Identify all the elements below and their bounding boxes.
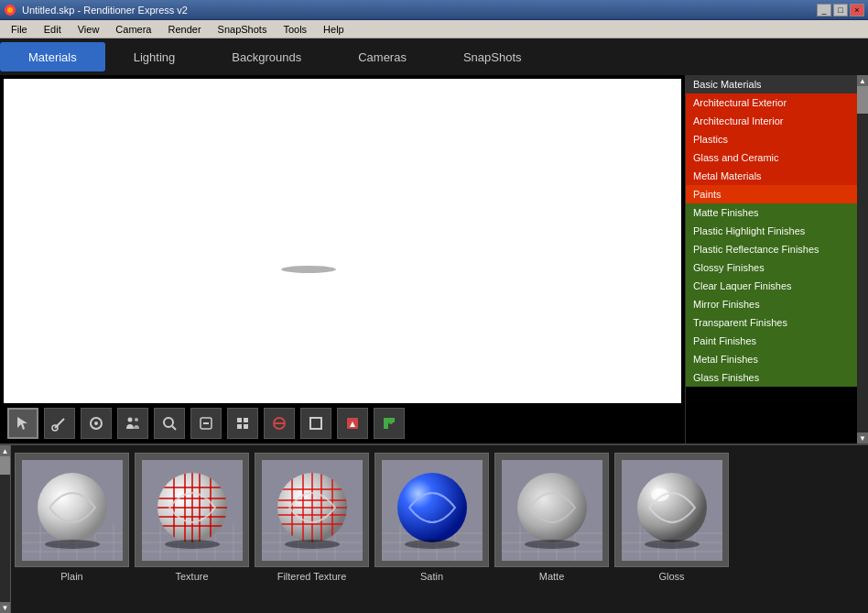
mat-item-metal-materials[interactable]: Metal Materials bbox=[686, 167, 857, 185]
thumb-matte[interactable]: Matte bbox=[494, 453, 609, 582]
render-area bbox=[0, 75, 685, 443]
svg-point-8 bbox=[135, 418, 138, 421]
bottom-left-scrollbar: ▲ ▼ bbox=[0, 445, 11, 613]
tab-lighting[interactable]: Lighting bbox=[105, 42, 204, 71]
maximize-button[interactable]: □ bbox=[833, 4, 848, 16]
toolbar-puzzle-button[interactable] bbox=[374, 408, 405, 439]
thumb-texture[interactable]: Texture bbox=[135, 453, 249, 582]
thumb-texture-img bbox=[135, 453, 249, 567]
tab-backgrounds[interactable]: Backgrounds bbox=[203, 42, 330, 71]
mat-item-glossy-finishes[interactable]: Glossy Finishes bbox=[686, 258, 857, 277]
menu-render[interactable]: Render bbox=[160, 22, 208, 37]
thumb-texture-label: Texture bbox=[175, 571, 208, 582]
svg-rect-19 bbox=[310, 418, 321, 429]
toolbar-person-button[interactable] bbox=[337, 408, 368, 439]
middle-section: Basic Materials Architectural Exterior A… bbox=[0, 75, 868, 443]
canvas-toolbar bbox=[0, 403, 685, 443]
mat-item-plastics[interactable]: Plastics bbox=[686, 130, 857, 148]
menu-view[interactable]: View bbox=[71, 22, 107, 37]
svg-line-3 bbox=[55, 419, 64, 428]
mat-item-transparent-finishes[interactable]: Transparent Finishes bbox=[686, 313, 857, 332]
scroll-up-button[interactable]: ▲ bbox=[857, 75, 868, 86]
mat-item-clear-laquer[interactable]: Clear Laquer Finishes bbox=[686, 277, 857, 295]
plain-sphere-svg bbox=[22, 460, 123, 561]
title-buttons: _ □ × bbox=[817, 4, 864, 16]
menu-edit[interactable]: Edit bbox=[37, 22, 69, 37]
mat-item-arch-interior[interactable]: Architectural Interior bbox=[686, 112, 857, 130]
square-icon bbox=[308, 415, 324, 432]
thumb-satin-img bbox=[374, 453, 489, 567]
bottom-section: ▲ ▼ bbox=[0, 443, 868, 613]
thumb-plain[interactable]: Plain bbox=[15, 453, 129, 582]
svg-point-74 bbox=[285, 540, 340, 549]
menu-snapshots[interactable]: SnapShots bbox=[211, 22, 275, 37]
magnify-icon bbox=[161, 415, 178, 432]
svg-point-53 bbox=[165, 540, 220, 549]
mat-item-matte-finishes[interactable]: Matte Finishes bbox=[686, 203, 857, 222]
toolbar-circle-button[interactable] bbox=[81, 408, 112, 439]
svg-point-105 bbox=[645, 540, 700, 549]
toolbar-square-button[interactable] bbox=[300, 408, 331, 439]
mat-item-glass-ceramic[interactable]: Glass and Ceramic bbox=[686, 148, 857, 167]
menu-help[interactable]: Help bbox=[316, 22, 352, 37]
menu-tools[interactable]: Tools bbox=[276, 22, 314, 37]
toolbar-stop-button[interactable] bbox=[264, 408, 295, 439]
svg-rect-16 bbox=[244, 424, 248, 429]
title-bar: Untitled.skp - Renditioner Express v2 _ … bbox=[0, 0, 868, 20]
svg-point-83 bbox=[397, 473, 467, 542]
toolbar-grid-button[interactable] bbox=[227, 408, 258, 439]
mat-item-metal-finishes[interactable]: Metal Finishes bbox=[686, 350, 857, 368]
svg-rect-13 bbox=[237, 418, 242, 422]
matte-sphere-svg bbox=[502, 460, 602, 561]
toolbar-paint-button[interactable] bbox=[44, 408, 75, 439]
menu-file[interactable]: File bbox=[4, 22, 35, 37]
bottom-scroll-up[interactable]: ▲ bbox=[0, 445, 10, 456]
thumb-filtered-img bbox=[255, 453, 369, 567]
tab-materials[interactable]: Materials bbox=[0, 42, 105, 71]
bottom-scroll-track bbox=[0, 456, 10, 602]
person-icon bbox=[344, 415, 361, 432]
thumb-filtered-label: Filtered Texture bbox=[277, 571, 347, 582]
svg-marker-2 bbox=[17, 417, 27, 430]
materials-sidebar: Basic Materials Architectural Exterior A… bbox=[685, 75, 868, 443]
thumb-filtered-texture[interactable]: Filtered Texture bbox=[255, 453, 369, 582]
bottom-scroll-thumb[interactable] bbox=[0, 456, 10, 475]
scroll-thumb[interactable] bbox=[857, 86, 868, 114]
canvas-container bbox=[4, 79, 681, 403]
mat-item-plastic-highlight[interactable]: Plastic Highlight Finishes bbox=[686, 222, 857, 240]
svg-point-93 bbox=[517, 473, 587, 542]
thumb-satin[interactable]: Satin bbox=[374, 453, 489, 582]
mat-item-paint-finishes[interactable]: Paint Finishes bbox=[686, 332, 857, 350]
mat-item-basic-materials[interactable]: Basic Materials bbox=[686, 75, 857, 93]
materials-list: Basic Materials Architectural Exterior A… bbox=[686, 75, 868, 443]
svg-rect-15 bbox=[237, 424, 242, 429]
toolbar-magnify-button[interactable] bbox=[154, 408, 185, 439]
mat-item-glass-finishes[interactable]: Glass Finishes bbox=[686, 368, 857, 387]
menu-bar: File Edit View Camera Render SnapShots T… bbox=[0, 20, 868, 38]
svg-point-103 bbox=[637, 473, 707, 542]
canvas-inner bbox=[4, 79, 681, 403]
filtered-sphere-svg bbox=[262, 460, 363, 561]
mat-item-plastic-reflectance[interactable]: Plastic Reflectance Finishes bbox=[686, 240, 857, 258]
svg-line-10 bbox=[172, 426, 176, 430]
svg-point-104 bbox=[651, 488, 669, 501]
toolbar-select-button[interactable] bbox=[7, 408, 38, 439]
bottom-scroll-down[interactable]: ▼ bbox=[0, 602, 10, 613]
tab-snapshots[interactable]: SnapShots bbox=[435, 42, 550, 71]
toolbar-adjust-button[interactable] bbox=[190, 408, 222, 439]
tab-cameras[interactable]: Cameras bbox=[330, 42, 435, 71]
svg-point-1 bbox=[7, 7, 13, 13]
circle-icon bbox=[88, 415, 104, 432]
scroll-down-button[interactable]: ▼ bbox=[857, 432, 868, 443]
toolbar-people-button[interactable] bbox=[117, 408, 148, 439]
mat-item-mirror-finishes[interactable]: Mirror Finishes bbox=[686, 295, 857, 313]
window-title: Untitled.skp - Renditioner Express v2 bbox=[22, 5, 188, 16]
svg-point-9 bbox=[164, 418, 173, 427]
mat-item-arch-exterior[interactable]: Architectural Exterior bbox=[686, 93, 857, 112]
close-button[interactable]: × bbox=[850, 4, 864, 16]
svg-point-7 bbox=[128, 418, 133, 422]
minimize-button[interactable]: _ bbox=[817, 4, 831, 16]
mat-item-paints[interactable]: Paints bbox=[686, 185, 857, 203]
menu-camera[interactable]: Camera bbox=[108, 22, 158, 37]
thumb-gloss[interactable]: Gloss bbox=[614, 453, 729, 582]
